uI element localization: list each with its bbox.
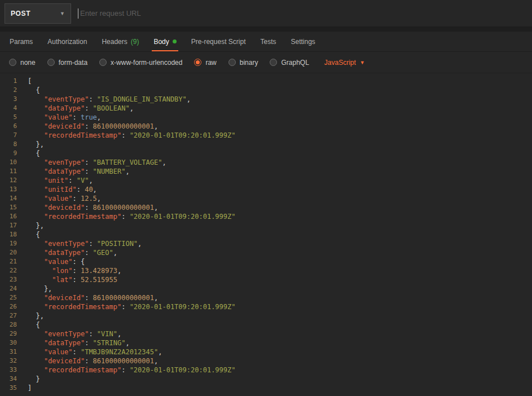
code-text[interactable]: } — [20, 375, 40, 384]
code-text[interactable]: "deviceId": 861000000000001, — [20, 203, 158, 212]
code-text[interactable]: "deviceId": 861000000000001, — [20, 122, 158, 131]
body-type-graphql[interactable]: GraphQL — [270, 59, 309, 67]
code-text[interactable]: "lon": 13.428973, — [20, 266, 121, 275]
code-line[interactable]: 27 }, — [0, 311, 532, 320]
code-line[interactable]: 29 "eventType": "VIN", — [0, 329, 532, 338]
code-text[interactable]: "value": { — [20, 257, 85, 266]
code-text[interactable]: "eventType": "IS_DONGLE_IN_STANDBY", — [20, 95, 191, 104]
code-line[interactable]: 10 "evenType": "BATTERY_VOLTAGE", — [0, 158, 532, 167]
code-text[interactable]: "deviceId": 861000000000001, — [20, 357, 158, 366]
tab-tests[interactable]: Tests — [253, 32, 283, 51]
code-line[interactable]: 24 }, — [0, 284, 532, 293]
radio-icon — [99, 59, 107, 66]
code-line[interactable]: 35] — [0, 384, 532, 393]
headers-count-badge: (9) — [131, 38, 139, 46]
radio-icon — [228, 59, 236, 66]
code-text[interactable]: "evenType": "BATTERY_VOLTAGE", — [20, 158, 166, 167]
code-line[interactable]: 13 "unitId": 40, — [0, 185, 532, 194]
code-text[interactable]: }, — [20, 221, 44, 230]
code-text[interactable]: }, — [20, 284, 52, 293]
code-line[interactable]: 31 "value": "TMBJB9NZ2A2012345", — [0, 347, 532, 357]
code-text[interactable]: "dataType": "STRING", — [20, 338, 130, 347]
code-line[interactable]: 30 "dataType": "STRING", — [0, 338, 532, 347]
body-type-x-www-form-urlencoded[interactable]: x-www-form-urlencoded — [99, 59, 182, 67]
code-line[interactable]: 11 "dataType": "NUMBER", — [0, 167, 532, 176]
code-line[interactable]: 15 "deviceId": 861000000000001, — [0, 203, 532, 212]
code-text[interactable]: "eventType": "POSITION", — [20, 239, 142, 248]
tab-settings[interactable]: Settings — [284, 32, 323, 51]
radio-icon — [47, 59, 55, 66]
code-line[interactable]: 3 "eventType": "IS_DONGLE_IN_STANDBY", — [0, 95, 532, 104]
code-text[interactable]: }, — [20, 140, 44, 149]
code-line[interactable]: 14 "value": 12.5, — [0, 194, 532, 203]
code-text[interactable]: [ — [20, 77, 32, 86]
code-text[interactable]: }, — [20, 311, 44, 320]
code-text[interactable]: "unitId": 40, — [20, 185, 97, 194]
tab-label: Headers — [102, 38, 127, 46]
tab-pre-request-script[interactable]: Pre-request Script — [184, 32, 253, 51]
code-line[interactable]: 18 { — [0, 230, 532, 239]
code-line[interactable]: 28 { — [0, 320, 532, 329]
line-number: 17 — [0, 221, 20, 230]
code-text[interactable]: "value": 12.5, — [20, 194, 101, 203]
code-text[interactable]: "deviceId": 861000000000001, — [20, 293, 158, 302]
code-text[interactable]: "value": true, — [20, 113, 101, 122]
code-text[interactable]: "recordedTimestamp": "2020-01-01T09:20:0… — [20, 212, 235, 221]
code-text[interactable]: "dataType": "NUMBER", — [20, 167, 130, 176]
body-type-bar: none form-data x-www-form-urlencoded raw… — [0, 52, 532, 73]
code-line[interactable]: 4 "dataType": "BOOLEAN", — [0, 104, 532, 113]
code-text[interactable]: { — [20, 86, 40, 95]
tab-headers[interactable]: Headers (9) — [94, 32, 146, 51]
code-line[interactable]: 6 "deviceId": 861000000000001, — [0, 122, 532, 131]
code-line[interactable]: 19 "eventType": "POSITION", — [0, 239, 532, 248]
code-text[interactable]: "dataType": "BOOLEAN", — [20, 104, 134, 113]
tab-authorization[interactable]: Authorization — [40, 32, 94, 51]
tab-params[interactable]: Params — [2, 32, 40, 51]
code-text[interactable]: ] — [20, 384, 32, 393]
code-line[interactable]: 17 }, — [0, 221, 532, 230]
code-line[interactable]: 25 "deviceId": 861000000000001, — [0, 293, 532, 302]
body-type-form-data[interactable]: form-data — [47, 59, 87, 67]
method-dropdown[interactable]: POST ▼ — [5, 3, 71, 24]
code-editor[interactable]: 1[2 {3 "eventType": "IS_DONGLE_IN_STANDB… — [0, 73, 532, 396]
body-type-raw[interactable]: raw — [194, 59, 216, 67]
code-line[interactable]: 20 "dataType": "GEO", — [0, 248, 532, 257]
body-type-none[interactable]: none — [9, 59, 36, 67]
code-line[interactable]: 16 "recordedTimestamp": "2020-01-01T09:2… — [0, 212, 532, 221]
code-text[interactable]: "unit": "V", — [20, 176, 93, 185]
radio-label: none — [20, 59, 36, 67]
code-line[interactable]: 5 "value": true, — [0, 113, 532, 122]
code-text[interactable]: "recordedTimestamp": "2020-01-01T09:20:0… — [20, 366, 235, 375]
code-line[interactable]: 26 "recordedTimestamp": "2020-01-01T09:2… — [0, 302, 532, 311]
code-text[interactable]: "value": "TMBJB9NZ2A2012345", — [20, 347, 162, 357]
code-text[interactable]: "recordedTimestamp": "2020-01-01T09:20:0… — [20, 302, 235, 311]
code-line[interactable]: 2 { — [0, 86, 532, 95]
code-line[interactable]: 9 { — [0, 149, 532, 158]
body-type-binary[interactable]: binary — [228, 59, 258, 67]
code-line[interactable]: 21 "value": { — [0, 257, 532, 266]
code-line[interactable]: 23 "lat": 52.515955 — [0, 275, 532, 284]
code-line[interactable]: 8 }, — [0, 140, 532, 149]
code-text[interactable]: "dataType": "GEO", — [20, 248, 117, 257]
line-number: 3 — [0, 95, 20, 104]
code-line[interactable]: 1[ — [0, 77, 532, 86]
code-line[interactable]: 12 "unit": "V", — [0, 176, 532, 185]
code-line[interactable]: 32 "deviceId": 861000000000001, — [0, 357, 532, 366]
code-line[interactable]: 7 "recordedTimestamp": "2020-01-01T09:20… — [0, 131, 532, 140]
code-text[interactable]: "recordedTimestamp": "2020-01-01T09:20:0… — [20, 131, 235, 140]
tab-body[interactable]: Body — [146, 32, 183, 51]
code-line[interactable]: 22 "lon": 13.428973, — [0, 266, 532, 275]
url-input[interactable] — [78, 3, 526, 24]
code-text[interactable]: "eventType": "VIN", — [20, 329, 121, 338]
language-dropdown[interactable]: JavaScript ▼ — [324, 59, 365, 67]
radio-label: GraphQL — [281, 59, 309, 67]
code-line[interactable]: 34 } — [0, 375, 532, 384]
code-text[interactable]: "lat": 52.515955 — [20, 275, 117, 284]
code-text[interactable]: { — [20, 320, 40, 329]
code-text[interactable]: { — [20, 230, 40, 239]
code-line[interactable]: 33 "recordedTimestamp": "2020-01-01T09:2… — [0, 366, 532, 375]
line-number: 25 — [0, 293, 20, 302]
code-text[interactable]: { — [20, 149, 40, 158]
line-number: 30 — [0, 338, 20, 347]
url-field-wrap[interactable] — [71, 3, 526, 24]
